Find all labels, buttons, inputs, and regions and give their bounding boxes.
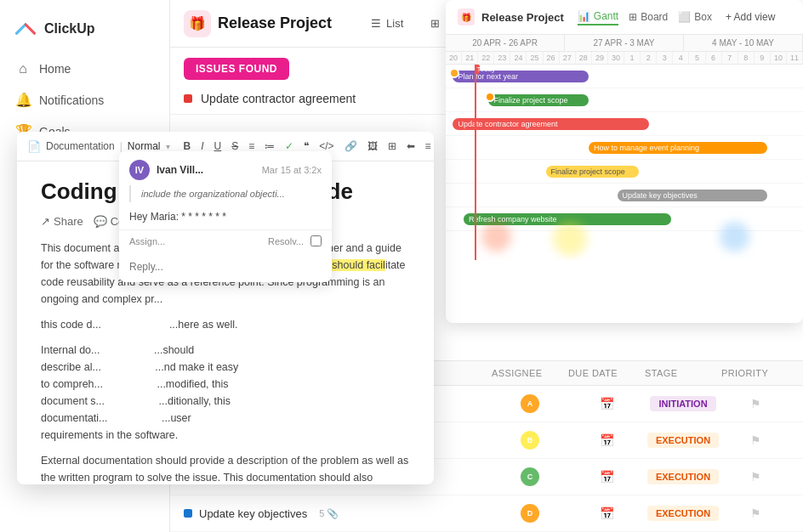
doc-label: Documentation — [46, 140, 115, 152]
day-24: 24 — [510, 52, 527, 64]
day-29: 29 — [592, 52, 608, 64]
bar-label: Finalize project scope — [493, 96, 567, 105]
share-button[interactable]: ↗ Share — [41, 215, 83, 228]
gantt-row-4[interactable]: Finalize project scope — [446, 160, 803, 184]
gantt-row-5[interactable]: Update key objectives — [446, 184, 803, 207]
list-tab-icon: ☰ — [371, 17, 381, 30]
gantt-row-1[interactable]: Finalize project scope — [446, 88, 803, 112]
col-header-assignee: ASSIGNEE — [492, 368, 568, 378]
project-icon: 🎁 — [184, 10, 211, 37]
align-center-icon[interactable]: ≡ — [422, 139, 434, 154]
task-dot-red — [184, 94, 192, 103]
date-group-1: 20 APR - 26 APR — [446, 35, 565, 51]
calendar-icon: 📅 — [600, 470, 614, 484]
gantt-row-2[interactable]: Update contractor agreement — [446, 112, 803, 136]
day-28: 28 — [576, 52, 592, 64]
comment-header: IV Ivan Vill... Mar 15 at 3:2x — [119, 151, 332, 185]
gantt-project-icon: 🎁 — [458, 8, 475, 25]
gantt-bar-scope: Finalize project scope — [546, 166, 639, 178]
gantt-header: 🎁 Release Project 📊 Gantt ⊞ Board ⬜ Box … — [446, 0, 803, 35]
tab-list[interactable]: ☰ List — [359, 12, 415, 35]
list-tab-label: List — [386, 17, 403, 30]
priority-flag-icon: ⚑ — [750, 397, 761, 410]
attachment-count: 5 📎 — [319, 508, 339, 519]
bar-label: Plan for next year — [458, 72, 518, 81]
image-icon[interactable]: 🖼 — [364, 139, 381, 154]
gantt-bar-contractor: Update contractor agreement — [453, 118, 649, 130]
blur-circle-2 — [553, 222, 587, 256]
commenter-avatar: IV — [129, 160, 150, 180]
gantt-tab-gantt[interactable]: 📊 Gantt — [578, 8, 618, 25]
calendar-icon: 📅 — [600, 507, 614, 520]
comment-quoted-text: include the organizational objecti... — [129, 185, 322, 202]
day-21: 21 — [462, 52, 478, 64]
col-header-stage: STAGE — [645, 368, 721, 378]
day-22: 22 — [478, 52, 494, 64]
doc-paragraph-3: Internal do... ...should describe al... … — [41, 342, 410, 444]
blur-circle-1 — [481, 222, 511, 252]
comment-popup: IV Ivan Vill... Mar 15 at 3:2x include t… — [119, 151, 332, 282]
doc-style-select[interactable]: Normal — [128, 140, 161, 152]
gantt-tab-board[interactable]: ⊞ Board — [629, 8, 668, 25]
sidebar-item-home[interactable]: ⌂ Home — [7, 54, 162, 83]
issues-banner[interactable]: ISSUES FOUND — [184, 58, 289, 80]
share-label: Share — [54, 215, 83, 228]
day-26: 26 — [544, 52, 560, 64]
day-5: 5 — [689, 52, 705, 64]
doc-file-icon: 📄 — [27, 140, 41, 153]
clickup-logo-icon — [14, 17, 37, 41]
comment-footer: Assign... Resolv... — [119, 229, 332, 253]
link-icon[interactable]: 🔗 — [341, 139, 361, 154]
project-title-area: 🎁 Release Project — [184, 10, 332, 37]
col-header-duedate: DUE DATE — [568, 368, 645, 378]
day-30: 30 — [608, 52, 624, 64]
board-tab-label: Board — [641, 11, 668, 23]
stage-badge: EXECUTION — [647, 433, 719, 448]
home-icon: ⌂ — [15, 61, 31, 76]
doc-paragraph-2: this code d......here as well. — [41, 316, 410, 333]
day-10: 10 — [771, 52, 787, 64]
chevron-down-icon: ▾ — [166, 142, 170, 151]
avatar: D — [521, 504, 539, 523]
day-27: 27 — [560, 52, 576, 64]
day-1: 1 — [624, 52, 641, 64]
resolve-checkbox[interactable] — [310, 235, 322, 246]
gantt-bar-plan: Plan for next year — [453, 71, 589, 82]
table-row-objectives[interactable]: Update key objectives 5 📎 D 📅 EXECUTION … — [170, 495, 803, 532]
day-7: 7 — [722, 52, 738, 64]
row-label-objectives: Update key objectives — [199, 507, 307, 520]
priority-flag-icon: ⚑ — [750, 470, 761, 484]
sidebar-item-notifications[interactable]: 🔔 Notifications — [7, 85, 162, 115]
gantt-row-3[interactable]: How to manage event planning — [446, 136, 803, 160]
avatar-initials: IV — [135, 165, 144, 175]
gantt-bar-finalize: Finalize project scope — [488, 94, 589, 106]
gantt-project-name: Release Project — [481, 11, 564, 24]
add-view-button[interactable]: + Add view — [726, 11, 775, 23]
today-line: Today — [475, 65, 476, 260]
gantt-tab-box[interactable]: ⬜ Box — [678, 8, 712, 25]
calendar-icon: 📅 — [600, 433, 614, 447]
comment-icon: 💬 — [94, 215, 107, 228]
sidebar-item-home-label: Home — [39, 62, 71, 76]
date-group-2: 27 APR - 3 MAY — [565, 35, 684, 51]
stage-badge: EXECUTION — [647, 506, 719, 521]
table-icon[interactable]: ⊞ — [384, 139, 400, 154]
today-label: Today — [475, 65, 480, 74]
task-label-1: Update contractor agreement — [201, 92, 356, 105]
reply-input[interactable] — [129, 261, 322, 273]
commenter-name: Ivan Vill... — [157, 164, 203, 176]
priority-flag-icon: ⚑ — [750, 507, 761, 520]
bar-label: Finalize project scope — [551, 167, 625, 176]
day-23: 23 — [494, 52, 510, 64]
gantt-bar-objectives: Update key objectives — [618, 190, 767, 201]
blur-circle-3 — [720, 222, 749, 252]
assign-button[interactable]: Assign... — [129, 236, 165, 246]
gantt-panel: 🎁 Release Project 📊 Gantt ⊞ Board ⬜ Box … — [446, 0, 803, 323]
resolve-button[interactable]: Resolv... — [268, 236, 304, 246]
box-tab-label: Box — [694, 11, 712, 23]
gantt-row-0[interactable]: Plan for next year — [446, 65, 803, 88]
gantt-body: Today Plan for next year Finalize projec… — [446, 65, 803, 260]
day-9: 9 — [755, 52, 771, 64]
align-left-icon[interactable]: ⬅ — [403, 139, 419, 154]
app-logo: ClickUp — [0, 10, 169, 54]
